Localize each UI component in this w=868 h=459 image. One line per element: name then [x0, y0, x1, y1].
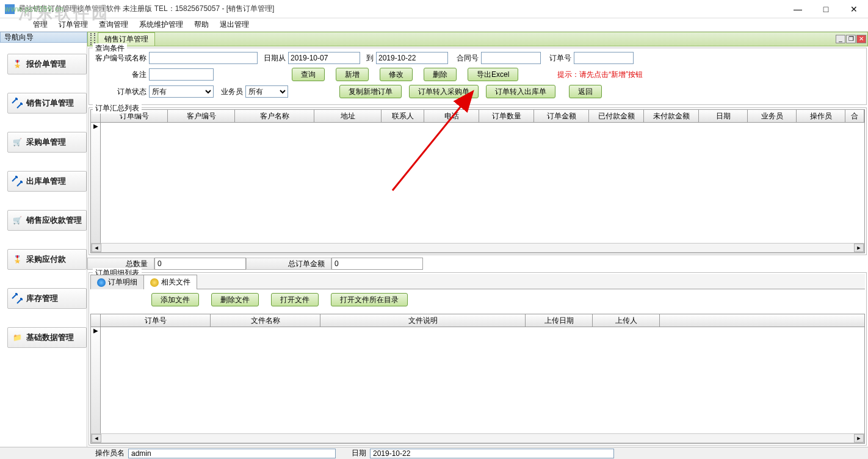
status-date-label: 日期: [352, 448, 366, 458]
cart-icon: 🛒: [10, 136, 24, 149]
customer-input[interactable]: [149, 52, 258, 64]
sidebar-quote[interactable]: 🎖️报价单管理: [7, 54, 87, 74]
delete-file-button[interactable]: 删除文件: [211, 293, 259, 306]
arrows-icon: [10, 96, 24, 110]
query-button[interactable]: 查询: [292, 68, 325, 81]
to-purchase-button[interactable]: 订单转入采购单: [409, 85, 479, 98]
order-input[interactable]: [574, 52, 634, 64]
total-qty-value: 0: [154, 258, 246, 270]
file-grid[interactable]: 订单号 文件名称 文件说明 上传日期 上传人 ▶ ◄►: [90, 314, 865, 444]
to-outbound-button[interactable]: 订单转入出库单: [486, 85, 555, 98]
window-title: 易达销售订单管理接单管理软件 未注册版 TEL：15825675057 - [销…: [18, 4, 274, 14]
menu-manage[interactable]: 管理: [28, 18, 52, 31]
status-bar: 操作员名 日期: [0, 447, 868, 459]
status-date-value: [370, 449, 614, 458]
tab-related-files[interactable]: 相关文件: [143, 275, 197, 289]
folder-icon: 📁: [10, 331, 24, 344]
operator-value: [128, 449, 336, 458]
menu-exit[interactable]: 退出管理: [215, 18, 254, 31]
child-minimize-button[interactable]: _: [836, 35, 845, 43]
tab-order-detail[interactable]: 订单明细: [90, 275, 144, 289]
detail-tabs: 订单明细 相关文件: [90, 274, 865, 289]
shield-icon: [150, 278, 159, 287]
sidebar-purchase[interactable]: 🛒采购单管理: [7, 132, 87, 153]
arrows-icon: [10, 292, 24, 305]
sidebar-sales-order[interactable]: 销售订单管理: [7, 93, 87, 114]
order-summary-legend: 订单汇总列表: [93, 103, 142, 114]
arrows-icon: [10, 175, 24, 188]
query-conditions-legend: 查询条件: [93, 43, 127, 54]
sidebar: 🎖️报价单管理 销售订单管理 🛒采购单管理 出库单管理 🛒销售应收款管理 🎖️采…: [0, 43, 87, 447]
sidebar-stock[interactable]: 库存管理: [7, 288, 87, 309]
edit-button[interactable]: 修改: [380, 68, 413, 81]
delete-button[interactable]: 删除: [424, 68, 457, 81]
menu-query[interactable]: 查询管理: [94, 18, 133, 31]
status-label: 订单状态: [94, 87, 146, 97]
badge-icon: 🎖️: [10, 253, 24, 266]
nav-header: 导航向导: [0, 32, 87, 43]
child-restore-button[interactable]: ❐: [846, 35, 856, 43]
contract-input[interactable]: [481, 52, 541, 64]
status-select[interactable]: 所有: [149, 85, 214, 98]
salesman-label: 业务员: [216, 87, 243, 97]
cart-icon: 🛒: [10, 214, 24, 227]
back-button[interactable]: 返回: [569, 85, 602, 98]
app-icon: [5, 4, 15, 14]
menu-system[interactable]: 系统维护管理: [134, 18, 188, 31]
remark-input[interactable]: [149, 68, 214, 81]
minimize-button[interactable]: —: [784, 0, 812, 18]
order-summary-grid[interactable]: 订单编号 客户编号 客户名称 地址 联系人 电话 订单数量 订单金额 已付款金额…: [90, 109, 865, 253]
title-bar: 易达销售订单管理接单管理软件 未注册版 TEL：15825675057 - [销…: [0, 0, 868, 18]
contract-label: 合同号: [450, 53, 479, 63]
customer-label: 客户编号或名称: [94, 53, 146, 63]
add-file-button[interactable]: 添加文件: [151, 293, 199, 306]
order-label: 订单号: [543, 53, 571, 63]
date-from-label: 日期从: [260, 53, 286, 63]
grid1-scrollbar[interactable]: ◄►: [91, 243, 864, 253]
main-area: 销售订单管理 _ ❐ ✕ 查询条件 客户编号或名称 日期从 到 合同号 订单号: [87, 32, 868, 447]
grid2-header: 订单号 文件名称 文件说明 上传日期 上传人: [91, 314, 864, 327]
open-file-button[interactable]: 打开文件: [271, 293, 319, 306]
order-detail-group: 订单明细列表 订单明细 相关文件 添加文件 删除文件 打开文件 打开文件所在目录…: [89, 272, 867, 446]
child-window-tabstrip: 销售订单管理 _ ❐ ✕: [87, 32, 868, 46]
menu-help[interactable]: 帮助: [189, 18, 214, 31]
open-dir-button[interactable]: 打开文件所在目录: [331, 293, 408, 306]
date-to-input[interactable]: [376, 52, 448, 64]
grid2-scrollbar[interactable]: ◄►: [91, 433, 864, 443]
maximize-button[interactable]: □: [812, 0, 840, 18]
query-conditions-group: 查询条件 客户编号或名称 日期从 到 合同号 订单号 备注 查询 新增: [89, 48, 867, 105]
date-from-input[interactable]: [288, 52, 360, 64]
grid1-header: 订单编号 客户编号 客户名称 地址 联系人 电话 订单数量 订单金额 已付款金额…: [91, 110, 864, 123]
date-to-label: 到: [363, 53, 374, 63]
total-amt-label: 总订单金额: [246, 258, 331, 270]
row-marker-icon: ▶: [91, 123, 101, 243]
hint-text: 提示：请先点击“新增”按钮: [557, 70, 643, 80]
menu-bar: 管理 订单管理 查询管理 系统维护管理 帮助 退出管理: [0, 18, 868, 32]
badge-icon: 🎖️: [10, 57, 24, 71]
order-summary-group: 订单汇总列表 订单编号 客户编号 客户名称 地址 联系人 电话 订单数量 订单金…: [89, 107, 867, 255]
add-button[interactable]: 新增: [336, 68, 369, 81]
copy-order-button[interactable]: 复制新增订单: [339, 85, 402, 98]
export-excel-button[interactable]: 导出Excel: [468, 68, 518, 81]
sidebar-payable[interactable]: 🎖️采购应付款: [7, 249, 87, 270]
child-close-button[interactable]: ✕: [856, 35, 866, 43]
globe-icon: [97, 278, 106, 287]
operator-label: 操作员名: [95, 448, 125, 458]
menu-orders[interactable]: 订单管理: [54, 18, 93, 31]
sidebar-basedata[interactable]: 📁基础数据管理: [7, 327, 87, 348]
remark-label: 备注: [94, 70, 146, 80]
sidebar-receivable[interactable]: 🛒销售应收款管理: [7, 210, 87, 231]
sidebar-outbound[interactable]: 出库单管理: [7, 171, 87, 192]
summary-bar: 总数量 0 总订单金额 0: [87, 256, 868, 271]
total-amt-value: 0: [331, 258, 423, 270]
salesman-select[interactable]: 所有: [245, 85, 288, 98]
close-button[interactable]: ✕: [840, 0, 868, 18]
row-marker-icon: ▶: [91, 327, 101, 433]
